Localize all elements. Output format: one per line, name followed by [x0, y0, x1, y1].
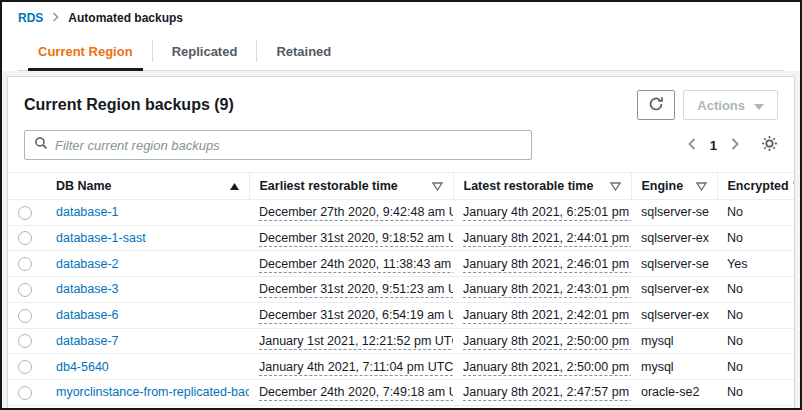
engine-value: sqlserver-ex: [641, 282, 709, 296]
filter-triangle-icon[interactable]: [432, 182, 443, 191]
db-name-link[interactable]: database-3: [56, 282, 119, 296]
latest-restorable-time-cell: January 8th 2021, 2:50:00 pm UTC: [453, 328, 631, 354]
current-region-backups-panel: Current Region backups (9) Actions: [7, 76, 795, 410]
tab-bar: Current Region Replicated Retained: [18, 36, 784, 71]
engine-value: sqlserver-ex: [641, 308, 709, 322]
table-toolbar: 1: [8, 126, 794, 172]
row-radio-button[interactable]: [18, 386, 32, 400]
latest-restorable-time-cell: January 8th 2021, 2:50:00 pm UTC: [453, 354, 631, 380]
db-name-cell: database-1: [46, 200, 249, 226]
earliest-restorable-time-cell: December 31st 2020, 6:54:19 am UTC: [249, 302, 453, 328]
table-row: database-7 January 1st 2021, 12:21:52 pm…: [8, 328, 794, 354]
row-radio-button[interactable]: [18, 206, 32, 220]
row-radio-button[interactable]: [18, 231, 32, 245]
breadcrumb: RDS Automated backups: [18, 11, 784, 25]
column-header-earliest-restorable-time[interactable]: Earliest restorable time: [249, 173, 453, 200]
encrypted-value: No: [727, 308, 743, 322]
column-label: Earliest restorable time: [260, 179, 398, 193]
filter-triangle-icon[interactable]: [696, 182, 707, 191]
column-label: DB Name: [56, 179, 112, 193]
breadcrumb-rds-link[interactable]: RDS: [18, 11, 43, 25]
db-name-cell: database-2: [46, 251, 249, 277]
engine-cell: oracle-se2: [631, 379, 717, 405]
page-content: Current Region backups (9) Actions: [2, 71, 800, 410]
column-header-engine[interactable]: Engine: [631, 173, 717, 200]
latest-restorable-time-value: January 8th 2021, 2:46:01 pm UTC: [463, 257, 631, 273]
engine-value: sqlserver-se: [641, 205, 709, 219]
row-radio-button[interactable]: [18, 283, 32, 297]
encrypted-cell: No: [717, 328, 794, 354]
earliest-restorable-time-value: January 4th 2021, 7:11:04 pm UTC: [259, 360, 453, 376]
panel-header-buttons: Actions: [637, 90, 778, 120]
encrypted-cell: No: [717, 200, 794, 226]
pagination: 1: [682, 135, 778, 155]
row-radio-button[interactable]: [18, 309, 32, 323]
next-page-button[interactable]: [725, 136, 745, 155]
search-icon: [34, 136, 48, 154]
latest-restorable-time-cell: January 8th 2021, 2:42:01 pm UTC: [453, 302, 631, 328]
sort-ascending-icon[interactable]: [230, 183, 239, 190]
table-row: database-6 December 31st 2020, 6:54:19 a…: [8, 302, 794, 328]
row-radio-button[interactable]: [18, 257, 32, 271]
breadcrumb-current: Automated backups: [68, 11, 183, 25]
select-cell: [8, 328, 46, 354]
caret-down-icon: [754, 98, 764, 113]
tab-divider: [152, 40, 153, 62]
db-name-link[interactable]: database-6: [56, 308, 119, 322]
filter-triangle-icon[interactable]: [610, 182, 621, 191]
preferences-button[interactable]: [761, 135, 778, 155]
column-label: Engine: [642, 179, 684, 193]
db-name-link[interactable]: database-1: [56, 205, 119, 219]
column-header-latest-restorable-time[interactable]: Latest restorable time: [453, 173, 631, 200]
db-name-link[interactable]: database-2: [56, 257, 119, 271]
db-name-link[interactable]: database-1-sast: [56, 231, 146, 245]
encrypted-value: Yes: [727, 257, 747, 271]
row-radio-button[interactable]: [18, 334, 32, 348]
select-cell: [8, 405, 46, 410]
tab-retained[interactable]: Retained: [266, 36, 341, 71]
row-radio-button[interactable]: [18, 360, 32, 374]
refresh-button[interactable]: [637, 90, 675, 120]
earliest-restorable-time-value: December 31st 2020, 6:54:19 am UTC: [259, 308, 453, 324]
filter-box: [24, 130, 532, 160]
previous-page-button[interactable]: [682, 136, 702, 155]
db-name-link[interactable]: db4-5640: [56, 360, 109, 374]
select-cell: [8, 251, 46, 277]
encrypted-cell: No: [717, 277, 794, 303]
db-name-cell: db4-5640: [46, 354, 249, 380]
earliest-restorable-time-cell: January 6th 2021, 6:42:52 am UTC: [249, 405, 453, 410]
select-cell: [8, 225, 46, 251]
db-name-link[interactable]: database-7: [56, 334, 119, 348]
db-name-link[interactable]: myorclinstance-from-replicated-backup: [56, 385, 249, 399]
engine-cell: mysql: [631, 405, 717, 410]
panel-title: Current Region backups (9): [24, 90, 234, 114]
select-cell: [8, 200, 46, 226]
encrypted-value: No: [727, 385, 743, 399]
chevron-right-icon: [52, 11, 59, 25]
latest-restorable-time-cell: January 8th 2021, 2:44:01 pm UTC: [453, 225, 631, 251]
gear-icon: [761, 135, 778, 155]
select-column-header: [8, 173, 46, 200]
column-label: Encrypted: [728, 179, 789, 193]
filter-triangle-icon[interactable]: [793, 182, 795, 191]
db-name-cell: test2-mysql-mag-maz: [46, 405, 249, 410]
filter-input[interactable]: [55, 138, 522, 153]
latest-restorable-time-cell: January 8th 2021, 2:43:01 pm UTC: [453, 277, 631, 303]
tab-current-region[interactable]: Current Region: [28, 36, 143, 71]
panel-header: Current Region backups (9) Actions: [8, 77, 794, 126]
earliest-restorable-time-value: December 27th 2020, 9:42:48 am UTC: [259, 205, 453, 221]
column-header-db-name[interactable]: DB Name: [46, 173, 249, 200]
tab-replicated[interactable]: Replicated: [162, 36, 248, 71]
column-header-encrypted[interactable]: Encrypted: [717, 173, 794, 200]
table-row: database-2 December 24th 2020, 11:38:43 …: [8, 251, 794, 277]
earliest-restorable-time-value: December 31st 2020, 9:51:23 am UTC: [259, 282, 453, 298]
encrypted-cell: No: [717, 405, 794, 410]
actions-button[interactable]: Actions: [683, 90, 778, 120]
engine-value: sqlserver-ex: [641, 231, 709, 245]
earliest-restorable-time-value: December 31st 2020, 9:18:52 am UTC: [259, 231, 453, 247]
latest-restorable-time-cell: January 8th 2021, 2:47:57 pm UTC: [453, 379, 631, 405]
earliest-restorable-time-cell: December 31st 2020, 9:51:23 am UTC: [249, 277, 453, 303]
page-number[interactable]: 1: [702, 138, 725, 153]
table-row: myorclinstance-from-replicated-backup De…: [8, 379, 794, 405]
engine-cell: mysql: [631, 328, 717, 354]
